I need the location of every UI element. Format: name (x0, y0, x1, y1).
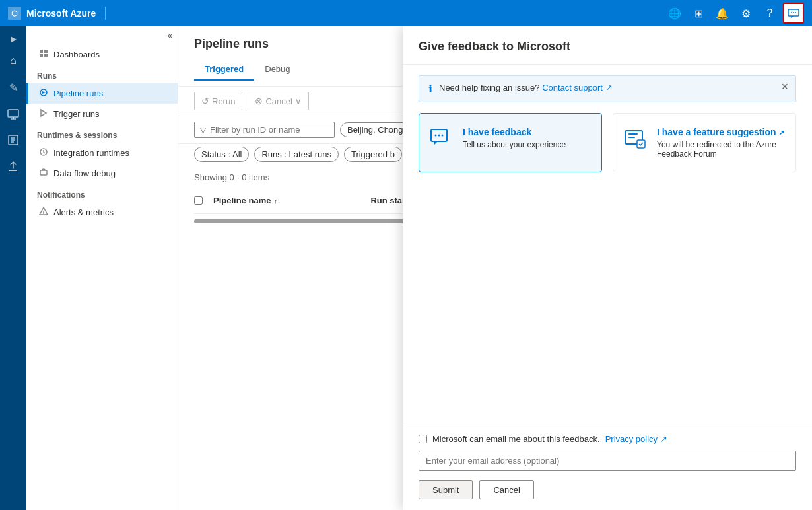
filter-input[interactable] (210, 125, 329, 135)
svg-rect-13 (40, 170, 47, 175)
info-close-icon[interactable]: ✕ (781, 81, 789, 92)
sidebar-item-integration-runtimes[interactable]: Integration runtimes (26, 143, 178, 163)
bell-icon[interactable]: 🔔 (712, 3, 733, 24)
cancel-icon: ⊗ (255, 96, 263, 106)
status-filter-chip[interactable]: Status : All (194, 147, 249, 162)
sidebar-item-data-flow-debug[interactable]: Data flow debug (26, 163, 178, 184)
svg-point-3 (795, 12, 796, 13)
edit-icon[interactable]: ✎ (1, 75, 25, 99)
sidebar-collapse-btn[interactable]: « (26, 26, 178, 44)
grid-icon[interactable]: ⊞ (688, 3, 709, 24)
feedback-card-feature[interactable]: I have a feature suggestion ↗ You will b… (613, 113, 796, 172)
dashboards-label: Dashboards (53, 50, 100, 59)
feedback-panel: Give feedback to Microsoft ℹ Need help f… (403, 26, 812, 510)
runs-filter-chip[interactable]: Runs : Latest runs (254, 147, 339, 162)
feedback-info-text: Need help fixing an issue? Contact suppo… (439, 83, 613, 92)
sidebar-item-trigger-runs[interactable]: Trigger runs (26, 104, 178, 124)
triggered-label: Triggered b (351, 149, 395, 159)
integration-runtimes-label: Integration runtimes (53, 148, 129, 158)
svg-rect-9 (44, 54, 48, 57)
runs-label: Runs : Latest runs (261, 149, 331, 159)
rerun-icon: ↺ (201, 96, 209, 106)
svg-rect-6 (40, 50, 43, 53)
rail-expand-btn[interactable]: ▶ (8, 32, 19, 46)
publish-icon[interactable] (1, 155, 25, 178)
status-label: Status : All (201, 149, 242, 159)
rerun-label: Rerun (212, 96, 235, 106)
help-icon[interactable]: ? (759, 3, 780, 24)
alerts-icon (39, 207, 48, 218)
trigger-runs-icon (39, 108, 48, 120)
cancel-chevron-icon: ∨ (295, 96, 302, 106)
svg-rect-4 (8, 110, 18, 117)
topbar-divider (105, 7, 106, 20)
app-logo: ⬡ Microsoft Azure (8, 7, 96, 20)
pipeline-name-sort-icon[interactable]: ↑↓ (273, 197, 281, 205)
monitor-icon[interactable] (1, 102, 25, 126)
feedback-card-desc: Tell us about your experience (463, 140, 566, 149)
svg-point-16 (435, 135, 437, 137)
contact-support-link[interactable]: Contact support ↗ (542, 83, 612, 92)
feedback-footer: Microsoft can email me about this feedba… (403, 423, 812, 510)
sidebar-item-pipeline-runs[interactable]: Pipeline runs (26, 83, 178, 104)
feedback-title: Give feedback to Microsoft (403, 26, 812, 65)
filter-input-container[interactable]: ▽ (194, 122, 335, 138)
submit-button[interactable]: Submit (419, 480, 473, 499)
feature-card-desc: You will be redirected to the Azure Feed… (657, 140, 785, 159)
feedback-chat-icon (430, 127, 454, 155)
sidebar-item-dashboards[interactable]: Dashboards (26, 44, 178, 65)
home-icon[interactable]: ⌂ (1, 49, 25, 73)
cancel-feedback-button[interactable]: Cancel (479, 480, 533, 499)
azure-logo-icon: ⬡ (8, 7, 21, 20)
feedback-icon[interactable] (783, 3, 804, 24)
alerts-metrics-label: Alerts & metrics (53, 207, 114, 217)
sidebar-item-alerts-metrics[interactable]: Alerts & metrics (26, 202, 178, 223)
tab-debug[interactable]: Debug (254, 59, 300, 81)
pipeline-name-header-label: Pipeline name (213, 196, 271, 205)
email-consent-row: Microsoft can email me about this feedba… (419, 434, 796, 444)
svg-rect-7 (44, 50, 48, 53)
select-all-checkbox[interactable] (194, 196, 203, 205)
pipeline-runs-icon (39, 88, 48, 99)
content-area: Pipeline runs Triggered Debug ↺ Rerun ⊗ … (178, 26, 812, 510)
sidebar: « Dashboards Runs Pipe (26, 26, 178, 510)
dashboards-icon (39, 49, 48, 60)
footer-buttons: Submit Cancel (419, 480, 796, 499)
feedback-card-content: I have feedback Tell us about your exper… (463, 127, 566, 149)
cancel-button[interactable]: ⊗ Cancel ∨ (248, 92, 308, 110)
svg-point-14 (43, 213, 44, 214)
privacy-policy-link[interactable]: Privacy policy ↗ (605, 434, 667, 444)
topbar: ⬡ Microsoft Azure 🌐 ⊞ 🔔 ⚙ ? (0, 0, 812, 26)
feature-card-title: I have a feature suggestion ↗ (657, 127, 785, 137)
pipeline-name-header: Pipeline name ↑↓ (208, 193, 286, 208)
app-name: Microsoft Azure (26, 8, 96, 18)
feedback-body (403, 183, 812, 423)
email-consent-checkbox[interactable] (419, 435, 427, 443)
feedback-card-feedback[interactable]: I have feedback Tell us about your exper… (419, 113, 602, 172)
notifications-section-label: Notifications (26, 184, 178, 202)
consent-text: Microsoft can email me about this feedba… (432, 434, 600, 444)
svg-rect-8 (40, 54, 43, 57)
globe-icon[interactable]: 🌐 (664, 3, 685, 24)
runs-section-label: Runs (26, 65, 178, 83)
collapse-icon: « (168, 30, 172, 40)
icon-rail: ▶ ⌂ ✎ (0, 26, 26, 510)
tab-triggered[interactable]: Triggered (194, 59, 254, 81)
feedback-cards: I have feedback Tell us about your exper… (403, 113, 812, 183)
feature-suggestion-icon (624, 127, 648, 155)
package-icon[interactable] (1, 128, 25, 152)
svg-marker-11 (41, 110, 46, 116)
pipeline-runs-label: Pipeline runs (53, 89, 103, 98)
email-input[interactable] (419, 451, 796, 471)
feedback-info-bar: ℹ Need help fixing an issue? Contact sup… (419, 75, 796, 102)
triggered-filter-chip[interactable]: Triggered b (344, 147, 402, 162)
runtimes-section-label: Runtimes & sessions (26, 124, 178, 143)
info-circle-icon: ℹ (428, 83, 432, 95)
rerun-button[interactable]: ↺ Rerun (194, 92, 242, 110)
settings-icon[interactable]: ⚙ (735, 3, 757, 24)
feedback-card-title: I have feedback (463, 127, 566, 137)
filter-icon: ▽ (200, 126, 206, 135)
integration-runtimes-icon (39, 147, 48, 159)
trigger-runs-label: Trigger runs (53, 109, 100, 119)
svg-point-17 (438, 135, 440, 137)
